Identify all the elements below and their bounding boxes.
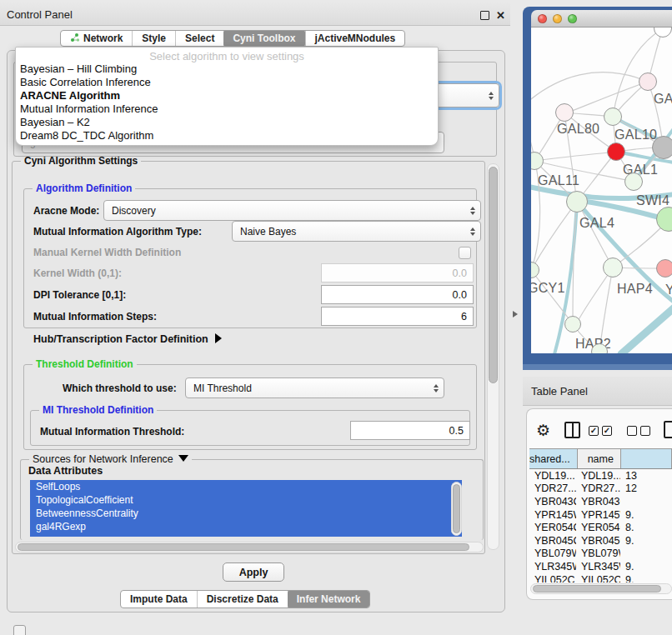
minimize-traffic-light-icon[interactable] (553, 14, 562, 23)
network-window-titlebar[interactable] (531, 10, 672, 28)
page-icon[interactable] (664, 421, 672, 438)
unchecked-checkbox-icon[interactable] (640, 426, 650, 436)
corner-widget[interactable] (13, 625, 26, 635)
manual-kernel-checkbox[interactable] (459, 247, 471, 259)
mi-threshold-group-title: MI Threshold Definition (39, 404, 157, 416)
stepper-icon (434, 384, 439, 392)
network-node[interactable] (656, 259, 672, 278)
data-attributes-list[interactable]: SelfLoopsTopologicalCoefficientBetweenne… (30, 480, 462, 537)
splitter-arrow-icon[interactable] (513, 311, 518, 318)
tab-cyni-toolbox[interactable]: Cyni Toolbox (223, 30, 304, 47)
tab-label: Cyni Toolbox (233, 32, 295, 44)
network-node[interactable] (555, 103, 574, 122)
which-threshold-combo[interactable]: MI Threshold (185, 378, 444, 398)
tab-infer-network[interactable]: Infer Network (288, 590, 370, 608)
algorithm-option[interactable]: Basic Correlation Inference (16, 76, 438, 89)
hub-definition-toggle[interactable]: Hub/Transcription Factor Definition (33, 333, 222, 345)
column-header[interactable]: shared... (529, 449, 578, 468)
close-icon[interactable]: ✕ (496, 11, 505, 20)
column-header[interactable]: name (578, 449, 621, 468)
attributes-scrollbar-thumb[interactable] (453, 484, 460, 533)
tab-network[interactable]: Network (61, 31, 132, 46)
table-row[interactable]: YBL079WYBL079W (529, 548, 672, 561)
tab-select[interactable]: Select (175, 31, 223, 46)
settings-scrollbar[interactable] (487, 163, 499, 550)
table-header[interactable]: shared...name (529, 448, 672, 469)
algorithm-option[interactable]: Bayesian – K2 (16, 116, 438, 129)
table-hscrollbar-thumb[interactable] (533, 585, 661, 592)
tab-impute-data[interactable]: Impute Data (121, 591, 197, 608)
tab-label: Infer Network (297, 593, 361, 605)
table-cell: 13 (620, 470, 672, 482)
network-node[interactable] (566, 191, 588, 212)
algorithm-option[interactable]: Mutual Information Inference (16, 102, 438, 116)
control-panel-title: Control Panel (7, 8, 73, 21)
split-view-icon[interactable] (564, 422, 580, 438)
network-node[interactable] (652, 136, 672, 159)
sources-title-text: Sources for Network Inference (33, 453, 173, 465)
cyni-settings-title: Cyni Algorithm Settings (21, 155, 141, 167)
network-node[interactable] (639, 72, 657, 91)
checked-checkbox-icon[interactable]: ✓ (589, 426, 599, 436)
zoom-traffic-light-icon[interactable] (568, 14, 577, 23)
network-node[interactable] (607, 142, 625, 161)
column-header[interactable] (621, 449, 672, 468)
tab-label: Style (142, 32, 166, 44)
table-row[interactable]: YLR345WYLR345W9. (529, 560, 672, 573)
table-row[interactable]: YBR045CYBR045C9. (529, 534, 672, 548)
network-node-label: GCY1 (531, 281, 565, 296)
tab-style[interactable]: Style (132, 31, 175, 46)
table-cell: YPR145W (576, 509, 620, 521)
mi-steps-field[interactable]: 6 (321, 307, 474, 326)
unchecked-checkbox-icon[interactable] (627, 426, 637, 436)
kernel-width-field[interactable]: 0.0 (321, 263, 474, 282)
network-node[interactable] (603, 258, 623, 278)
table-row[interactable]: YER054CYER054C8. (529, 521, 672, 534)
table-row[interactable]: YIL052CYIL052C9. (529, 573, 672, 582)
network-canvas[interactable]: GALGAL80GAL10GAL1GAL11SWI4GAL4GCY1HAP4YH… (531, 28, 672, 353)
network-node[interactable] (624, 172, 643, 191)
algorithm-definition-title: Algorithm Definition (33, 182, 135, 194)
table-row[interactable]: YPR145WYPR145W9. (529, 508, 672, 522)
network-node[interactable] (564, 316, 581, 332)
settings-hscrollbar[interactable] (15, 542, 484, 552)
control-panel-tabbar: NetworkStyleSelectCyni ToolboxjActiveMNo… (60, 30, 405, 47)
table-row[interactable]: YBR043CYBR043C (529, 495, 672, 508)
algorithm-option[interactable]: ARACNE Algorithm (16, 89, 438, 102)
settings-hscrollbar-thumb[interactable] (18, 543, 469, 551)
network-node[interactable] (604, 108, 622, 126)
table-cell: 9. (620, 574, 672, 582)
table-cell: 12 (620, 482, 672, 494)
table-cell: YER054C (576, 522, 620, 533)
tab-jactivemnodules[interactable]: jActiveMNodules (305, 31, 405, 46)
dpi-tolerance-value: 0.0 (453, 289, 467, 301)
gear-icon[interactable]: ⚙ (536, 422, 550, 438)
mi-type-combo[interactable]: Naive Bayes (232, 221, 481, 242)
table-cell: YBL079W (529, 548, 576, 559)
attribute-item[interactable]: TopologicalCoefficient (30, 493, 462, 507)
attribute-item[interactable]: SelfLoops (30, 480, 462, 493)
checked-checkbox-icon[interactable]: ✓ (602, 426, 612, 436)
table-cell: YIL052C (576, 574, 620, 582)
close-traffic-light-icon[interactable] (538, 14, 547, 23)
tab-label: Select (185, 32, 214, 44)
table-row[interactable]: YDL19...YDL19...13 (529, 469, 672, 482)
table-row[interactable]: YDR27...YDR27...12 (529, 482, 672, 496)
sources-group-title[interactable]: Sources for Network Inference (29, 453, 192, 465)
table-cell: YBR045C (529, 535, 576, 547)
aracne-mode-value: Discovery (112, 205, 156, 217)
tab-discretize-data[interactable]: Discretize Data (197, 591, 288, 608)
algorithm-option[interactable]: Dream8 DC_TDC Algorithm (16, 129, 438, 142)
tab-label: jActiveMNodules (315, 32, 396, 44)
attribute-item[interactable]: BetweennessCentrality (30, 507, 462, 520)
apply-button[interactable]: Apply (223, 562, 284, 582)
float-window-icon[interactable] (480, 11, 489, 20)
dpi-tolerance-field[interactable]: 0.0 (321, 285, 474, 304)
mi-threshold-field[interactable]: 0.5 (350, 421, 470, 440)
algorithm-option[interactable]: Bayesian – Hill Climbing (16, 62, 438, 76)
settings-scrollbar-thumb[interactable] (489, 167, 498, 383)
attributes-scrollbar[interactable] (451, 482, 462, 536)
attribute-item[interactable]: gal4RGexp (30, 520, 462, 533)
aracne-mode-combo[interactable]: Discovery (103, 200, 481, 221)
table-hscrollbar[interactable] (530, 583, 672, 594)
